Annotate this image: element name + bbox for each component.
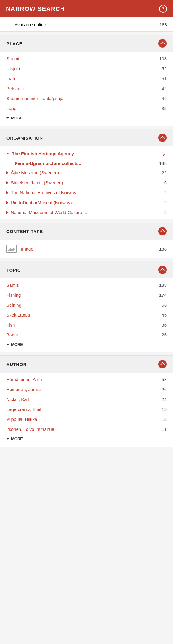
topic-count-fish: 36 [162,322,167,327]
author-label-vilppula: Vilppula, Hilkka [6,417,37,422]
author-item-nickul[interactable]: Nickul, Karl 24 [0,394,173,404]
author-section-body: Hämäläinen, Antti 58 Heinonen, Jorma 26 … [0,373,173,447]
place-section-header[interactable]: PLACE [0,35,173,52]
place-count-suomen: 42 [162,96,167,101]
content-type-section-header[interactable]: CONTENT TYPE [0,223,173,240]
content-type-section: CONTENT TYPE Image 188 [0,223,173,258]
topic-label-fishing: Fishing [6,292,21,298]
org-label-national-museums: National Museums of World Culture ... [11,210,162,215]
org-count-ajtte: 22 [162,170,167,175]
topic-section-header[interactable]: TOPIC [0,261,173,278]
topic-item-skolt[interactable]: Skolt Lapps 45 [0,310,173,320]
org-item-ajtte[interactable]: Ájtte Museum (Sweden) 22 [0,168,173,178]
author-count-itkonen: 11 [162,427,167,432]
topic-item-fish[interactable]: Fish 36 [0,320,173,330]
org-item-stiftelsen[interactable]: Stiftelsen Jamtli (Sweden) 6 [0,178,173,188]
selected-org-expand-icon [6,153,9,155]
topic-section-body: Samis 188 Fishing 174 Seining 56 Skolt L… [0,278,173,352]
topic-item-boats[interactable]: Boats 26 [0,330,173,340]
topic-more-label: MORE [11,342,23,347]
author-label-lagercrantz: Lagercrantz, Eliel [6,407,41,412]
place-label-inari: Inari [6,76,15,81]
author-item-lagercrantz[interactable]: Lagercrantz, Eliel 15 [0,404,173,414]
topic-collapse-button[interactable] [158,266,167,274]
org-count-stiftelsen: 6 [164,180,167,185]
topic-label-seining: Seining [6,302,21,308]
org-expand-icon-national-archives [6,191,8,194]
organisation-collapse-button[interactable] [158,134,167,142]
org-expand-icon-national-museums [6,211,8,214]
help-icon[interactable]: ? [159,5,167,13]
available-online-left: Available online [6,22,46,27]
org-sub-item-label: Fenno-Ugrian picture collecti... [15,161,81,166]
available-online-checkbox[interactable] [6,22,11,27]
place-label-petsamo: Petsamo [6,86,24,91]
place-more-button[interactable]: MORE [0,113,173,124]
org-item-riddo[interactable]: RiddoDuottarMuseat (Norway) 2 [0,197,173,207]
organisation-section-header[interactable]: ORGANISATION [0,129,173,146]
organisation-section-title: ORGANISATION [6,135,43,140]
author-item-vilppula[interactable]: Vilppula, Hilkka 13 [0,414,173,424]
org-item-national-museums[interactable]: National Museums of World Culture ... 2 [0,207,173,217]
org-count-riddo: 2 [164,200,167,205]
author-section-header[interactable]: AUTHOR [0,356,173,373]
topic-label-samis: Samis [6,283,19,288]
content-type-section-body: Image 188 [0,240,173,258]
content-type-collapse-button[interactable] [158,227,167,235]
author-count-lagercrantz: 15 [162,407,167,412]
place-count-lappi: 35 [162,106,167,111]
place-section-title: PLACE [6,41,22,46]
author-more-label: MORE [11,437,23,441]
author-count-nickul: 24 [162,397,167,402]
available-online-count: 188 [159,22,167,27]
author-section: AUTHOR Hämäläinen, Antti 58 Heinonen, Jo… [0,355,173,447]
author-label-nickul: Nickul, Karl [6,397,29,402]
organisation-section-body: The Finnish Heritage Agency ✓ Fenno-Ugri… [0,146,173,219]
place-section: PLACE Suomi 108 Utsjoki 52 Inari 51 Pets… [0,35,173,126]
selected-org-row[interactable]: The Finnish Heritage Agency ✓ [0,148,173,159]
org-label-ajtte: Ájtte Museum (Sweden) [11,170,159,175]
place-collapse-button[interactable] [158,39,167,48]
topic-more-button[interactable]: MORE [0,340,173,350]
org-item-national-archives[interactable]: The National Archives of Norway 2 [0,188,173,197]
place-count-inari: 51 [162,76,167,81]
org-label-stiftelsen: Stiftelsen Jamtli (Sweden) [11,180,162,185]
author-count-vilppula: 13 [162,417,167,422]
place-item-suomen[interactable]: Suomen entinen kunta/pitäjä 42 [0,93,173,103]
author-collapse-button[interactable] [158,360,167,368]
place-item-petsamo[interactable]: Petsamo 42 [0,84,173,93]
org-count-national-museums: 2 [164,210,167,215]
content-type-image-item[interactable]: Image 188 [0,242,173,256]
place-label-suomen: Suomen entinen kunta/pitäjä [6,96,64,101]
organisation-section: ORGANISATION The Finnish Heritage Agency… [0,129,173,219]
place-item-suomi[interactable]: Suomi 108 [0,54,173,64]
topic-count-boats: 26 [162,332,167,337]
topic-item-samis[interactable]: Samis 188 [0,280,173,290]
topic-item-fishing[interactable]: Fishing 174 [0,290,173,300]
topic-count-seining: 56 [162,302,167,308]
content-type-image-count: 188 [159,246,167,251]
place-count-petsamo: 42 [162,86,167,91]
content-type-section-title: CONTENT TYPE [6,229,43,234]
place-item-inari[interactable]: Inari 51 [0,74,173,84]
author-item-itkonen[interactable]: Itkonen, Toivo Immanuel 11 [0,424,173,434]
content-type-image-label: Image [21,246,155,251]
topic-label-skolt: Skolt Lapps [6,312,30,317]
place-item-utsjoki[interactable]: Utsjoki 52 [0,64,173,74]
place-label-suomi: Suomi [6,56,19,61]
org-expand-icon-stiftelsen [6,181,8,184]
author-more-button[interactable]: MORE [0,434,173,445]
place-count-suomi: 108 [159,56,167,61]
topic-item-seining[interactable]: Seining 56 [0,300,173,310]
org-label-riddo: RiddoDuottarMuseat (Norway) [11,200,162,205]
place-item-lappi[interactable]: Lappi 35 [0,103,173,113]
topic-label-boats: Boats [6,332,18,337]
author-label-heinonen: Heinonen, Jorma [6,387,41,392]
org-sub-item[interactable]: Fenno-Ugrian picture collecti... 188 [0,159,173,168]
author-item-heinonen[interactable]: Heinonen, Jorma 26 [0,384,173,394]
author-label-hamalainen: Hämäläinen, Antti [6,377,42,382]
author-item-hamalainen[interactable]: Hämäläinen, Antti 58 [0,374,173,384]
org-sub-item-count: 188 [159,161,167,166]
place-label-lappi: Lappi [6,106,17,111]
topic-count-skolt: 45 [162,312,167,317]
